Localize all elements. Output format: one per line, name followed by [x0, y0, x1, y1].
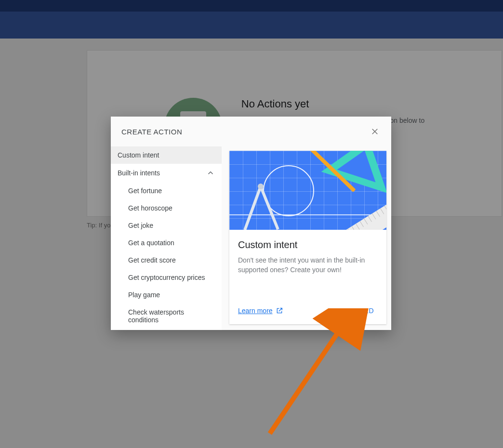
intent-option[interactable]: Get fortune	[111, 182, 222, 199]
intent-option[interactable]: Get credit score	[111, 251, 222, 269]
learn-more-link[interactable]: Learn more	[238, 307, 283, 315]
intent-group-label: Built-in intents	[118, 169, 160, 177]
intent-option[interactable]: Get horoscope	[111, 199, 222, 217]
intent-list-panel: Custom intent Built-in intents Get fortu…	[111, 146, 222, 330]
open-external-icon	[276, 307, 283, 315]
intent-option-custom[interactable]: Custom intent	[111, 146, 222, 164]
intent-option[interactable]: Play game	[111, 286, 222, 303]
dialog-title: CREATE ACTION	[121, 128, 182, 136]
intent-detail-description: Don't see the intent you want in the bui…	[238, 255, 378, 275]
dialog-header: CREATE ACTION	[111, 117, 391, 146]
intent-option[interactable]: Get joke	[111, 217, 222, 234]
close-button[interactable]	[369, 126, 381, 137]
intent-list-scroll[interactable]: Custom intent Built-in intents Get fortu…	[111, 146, 222, 330]
intent-option[interactable]: Get a quotation	[111, 234, 222, 251]
create-action-dialog: CREATE ACTION Custom intent Built-in int…	[111, 117, 391, 330]
intent-detail-title: Custom intent	[238, 239, 378, 250]
intent-group-builtin[interactable]: Built-in intents	[111, 164, 222, 182]
intent-detail-card: Custom intent Don't see the intent you w…	[229, 151, 386, 324]
intent-option[interactable]: Check watersports conditions	[111, 303, 222, 329]
intent-detail-illustration	[229, 151, 386, 230]
intent-detail-panel: Custom intent Don't see the intent you w…	[222, 146, 391, 330]
chevron-up-icon	[206, 169, 215, 177]
svg-line-2	[270, 323, 344, 434]
modal-overlay[interactable]: CREATE ACTION Custom intent Built-in int…	[0, 0, 503, 448]
close-icon	[371, 127, 379, 136]
intent-option[interactable]: Get cryptocurrency prices	[111, 269, 222, 286]
learn-more-label: Learn more	[238, 307, 273, 315]
build-button[interactable]: BUILD	[353, 307, 374, 315]
